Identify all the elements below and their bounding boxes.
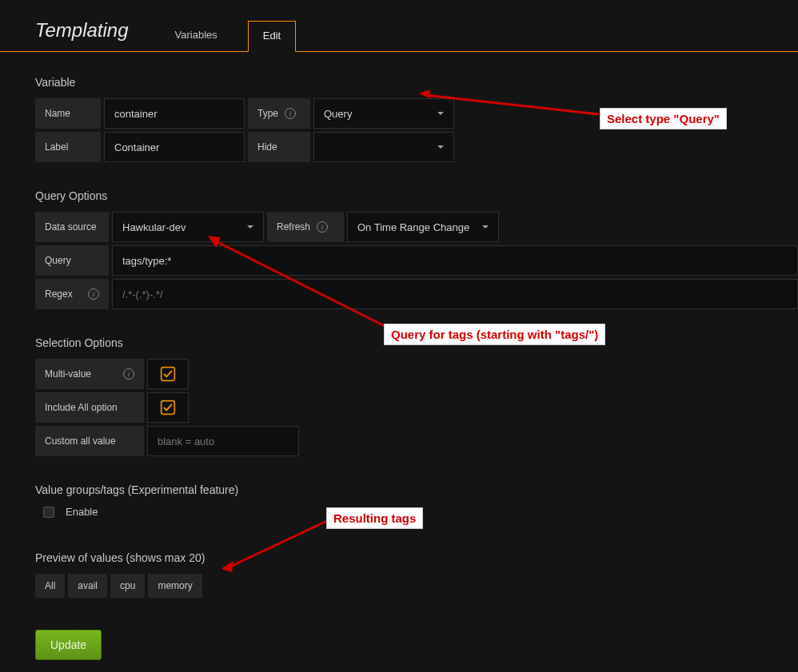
regex-input[interactable] — [112, 279, 798, 309]
name-label: Name — [35, 98, 101, 129]
chevron-down-icon — [247, 225, 253, 229]
label-input[interactable] — [104, 132, 245, 162]
preview-tag: avail — [68, 574, 107, 598]
datasource-label: Data source — [35, 212, 109, 242]
info-icon: i — [123, 368, 134, 380]
section-variable-title: Variable — [35, 76, 798, 89]
multi-value-label: Multi-value i — [35, 359, 144, 389]
preview-tag: cpu — [110, 574, 145, 598]
tab-variables[interactable]: Variables — [161, 21, 232, 52]
check-icon — [160, 400, 176, 416]
refresh-value: On Time Range Change — [357, 221, 469, 233]
annotation-resulting-tags: Resulting tags — [326, 507, 423, 529]
info-icon: i — [285, 108, 296, 119]
annotation-query-tags: Query for tags (starting with "tags/") — [384, 324, 605, 345]
annotation-select-type: Select type "Query" — [600, 108, 727, 129]
include-all-checkbox[interactable] — [147, 392, 189, 423]
update-button[interactable]: Update — [35, 630, 102, 660]
include-all-label: Include All option — [35, 392, 144, 423]
info-icon: i — [317, 221, 328, 233]
check-icon — [160, 366, 176, 382]
tab-edit[interactable]: Edit — [248, 21, 296, 52]
preview-tag: All — [35, 574, 65, 598]
preview-values: All avail cpu memory — [35, 574, 798, 598]
section-query-options-title: Query Options — [35, 189, 798, 202]
info-icon: i — [88, 288, 99, 300]
type-select[interactable]: Query — [313, 98, 454, 129]
page-header: Templating Variables Edit — [0, 0, 798, 52]
page-title: Templating — [35, 19, 129, 51]
refresh-label: Refresh i — [267, 212, 344, 242]
hide-label: Hide — [248, 132, 310, 162]
section-preview-title: Preview of values (shows max 20) — [35, 551, 798, 564]
multi-value-checkbox[interactable] — [147, 359, 189, 389]
chevron-down-icon — [437, 145, 444, 149]
datasource-value: Hawkular-dev — [122, 221, 186, 233]
label-label: Label — [35, 132, 101, 162]
refresh-select[interactable]: On Time Range Change — [347, 212, 499, 242]
name-input[interactable] — [104, 98, 245, 129]
type-select-value: Query — [324, 108, 352, 120]
enable-checkbox[interactable] — [43, 507, 54, 518]
chevron-down-icon — [437, 112, 444, 115]
query-label: Query — [35, 245, 109, 276]
chevron-down-icon — [482, 225, 489, 229]
section-value-groups-title: Value groups/tags (Experimental feature) — [35, 483, 798, 496]
custom-all-label: Custom all value — [35, 426, 144, 456]
regex-label: Regex i — [35, 279, 109, 309]
query-input[interactable] — [112, 245, 798, 276]
type-label: Type i — [248, 98, 310, 129]
hide-select[interactable] — [313, 132, 454, 162]
datasource-select[interactable]: Hawkular-dev — [112, 212, 264, 242]
custom-all-input[interactable] — [147, 426, 299, 456]
enable-label: Enable — [66, 506, 98, 518]
tab-bar: Variables Edit — [161, 20, 297, 51]
preview-tag: memory — [148, 574, 201, 598]
annotation-arrow — [222, 518, 334, 574]
